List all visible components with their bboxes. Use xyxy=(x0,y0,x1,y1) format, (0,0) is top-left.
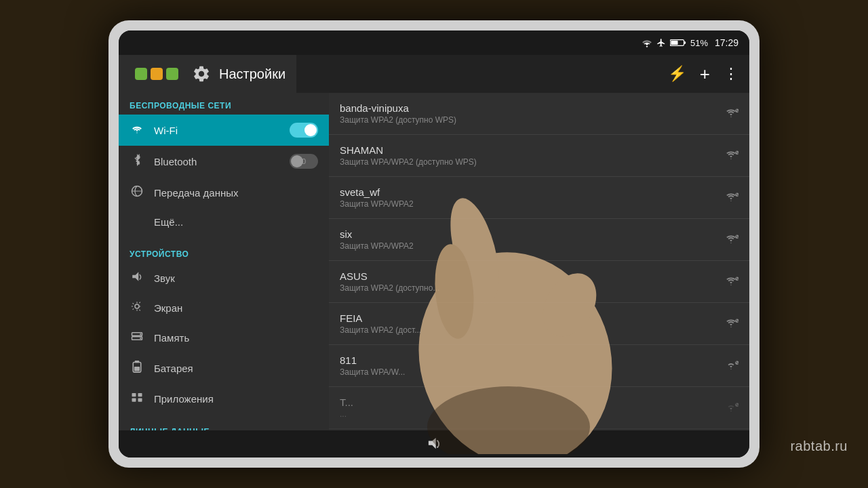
sidebar-item-display[interactable]: Экран xyxy=(119,293,329,323)
sidebar-toolbar: Настройки xyxy=(119,55,296,93)
wifi-network-0[interactable]: banda-vinipuxa Защита WPA2 (доступно WPS… xyxy=(329,93,749,135)
battery-percent: 51% xyxy=(690,38,708,48)
section-header-personal: ЛИЧНЫЕ ДАННЫЕ xyxy=(119,419,329,430)
bolt-icon[interactable]: ⚡ xyxy=(668,65,686,83)
wifi-network-4[interactable]: ASUS Защита WPA2 (доступно... xyxy=(329,261,749,303)
wifi-security-2: Защита WPA/WPA2 xyxy=(340,199,414,209)
section-header-device: УСТРОЙСТВО xyxy=(119,241,329,263)
svg-rect-12 xyxy=(134,367,140,371)
wifi-info-7: T... ... xyxy=(340,396,353,419)
bluetooth-label: Bluetooth xyxy=(154,156,280,167)
wifi-network-2[interactable]: sveta_wf Защита WPA/WPA2 xyxy=(329,177,749,219)
sidebar-item-storage[interactable]: Память xyxy=(119,323,329,352)
wifi-info-6: 811 Защита WPA/W... xyxy=(340,354,405,377)
wifi-label: Wi-Fi xyxy=(154,125,280,136)
action-bar: ⚡ + ⋮ xyxy=(296,55,749,93)
apps-icon xyxy=(130,392,144,405)
app-icon-2 xyxy=(151,68,163,80)
wifi-network-5[interactable]: FEIA Защита WPA2 (дост... xyxy=(329,303,749,345)
wifi-network-3[interactable]: six Защита WPA/WPA2 xyxy=(329,219,749,261)
bluetooth-icon xyxy=(130,154,144,169)
sidebar-item-battery[interactable]: Батарея xyxy=(119,352,329,384)
wifi-name-5: FEIA xyxy=(340,312,421,324)
wifi-name-4: ASUS xyxy=(340,270,439,282)
app-icons xyxy=(130,68,184,80)
app-icon-1 xyxy=(135,68,147,80)
wifi-signal-icon-2 xyxy=(724,190,738,205)
volume-icon xyxy=(427,438,441,450)
svg-rect-15 xyxy=(132,399,136,402)
sidebar-item-bluetooth[interactable]: Bluetooth 0 xyxy=(119,146,329,177)
display-label: Экран xyxy=(154,302,318,314)
wifi-network-6[interactable]: 811 Защита WPA/W... xyxy=(329,345,749,387)
top-bar: Настройки ⚡ + ⋮ xyxy=(119,55,749,93)
section-header-wireless: БЕСПРОВОДНЫЕ СЕТИ xyxy=(119,93,329,115)
wifi-signal-icon-3 xyxy=(724,232,738,247)
wifi-security-5: Защита WPA2 (дост... xyxy=(340,325,421,335)
sidebar-item-data[interactable]: Передача данных xyxy=(119,177,329,208)
settings-title: Настройки xyxy=(219,66,285,82)
more-icon[interactable]: ⋮ xyxy=(724,65,738,83)
settings-gear-icon xyxy=(192,64,211,83)
data-label: Передача данных xyxy=(154,187,318,199)
add-icon[interactable]: + xyxy=(700,64,710,85)
display-icon xyxy=(130,301,144,314)
sidebar: БЕСПРОВОДНЫЕ СЕТИ Wi-Fi xyxy=(119,93,329,430)
svg-point-9 xyxy=(140,338,141,339)
status-bar-right: 51% 17:29 xyxy=(642,37,738,48)
system-nav-bar xyxy=(119,430,749,458)
wifi-info-1: SHAMAN Защита WPA/WPA2 (доступно WPS) xyxy=(340,144,477,167)
airplane-icon xyxy=(656,38,666,47)
wifi-info-0: banda-vinipuxa Защита WPA2 (доступно WPS… xyxy=(340,102,456,125)
tablet-frame: 51% 17:29 Настройки ⚡ xyxy=(108,20,760,468)
wifi-signal-icon-5 xyxy=(724,316,738,331)
svg-marker-4 xyxy=(132,272,138,281)
battery-label: Батарея xyxy=(154,363,318,374)
wifi-security-4: Защита WPA2 (доступно... xyxy=(340,283,439,293)
watermark: rabtab.ru xyxy=(790,439,848,454)
wifi-info-3: six Защита WPA/WPA2 xyxy=(340,228,414,251)
svg-marker-34 xyxy=(429,438,436,449)
status-bar: 51% 17:29 xyxy=(119,30,749,55)
apps-label: Приложения xyxy=(154,393,318,405)
wifi-panel[interactable]: banda-vinipuxa Защита WPA2 (доступно WPS… xyxy=(329,93,749,430)
wifi-security-1: Защита WPA/WPA2 (доступно WPS) xyxy=(340,157,477,167)
wifi-signal-icon-7 xyxy=(724,400,738,415)
wifi-security-0: Защита WPA2 (доступно WPS) xyxy=(340,115,456,125)
wifi-signal-icon-6 xyxy=(724,358,738,373)
wifi-name-7: T... xyxy=(340,396,353,408)
wifi-name-2: sveta_wf xyxy=(340,186,414,198)
wifi-status-icon xyxy=(642,38,652,47)
svg-rect-13 xyxy=(132,393,136,396)
wifi-info-5: FEIA Защита WPA2 (дост... xyxy=(340,312,421,335)
svg-rect-11 xyxy=(135,361,140,363)
svg-rect-2 xyxy=(684,41,686,43)
svg-point-8 xyxy=(140,333,141,335)
wifi-signal-icon-4 xyxy=(724,274,738,289)
wifi-name-6: 811 xyxy=(340,354,405,366)
wifi-security-7: ... xyxy=(340,409,353,419)
data-icon xyxy=(130,185,144,200)
wifi-toggle[interactable] xyxy=(290,123,318,138)
wifi-info-2: sveta_wf Защита WPA/WPA2 xyxy=(340,186,414,209)
sidebar-item-sound[interactable]: Звук xyxy=(119,263,329,293)
sound-label: Звук xyxy=(154,272,318,284)
bluetooth-toggle[interactable]: 0 xyxy=(290,154,318,169)
wifi-network-7[interactable]: T... ... xyxy=(329,387,749,429)
sidebar-item-wifi[interactable]: Wi-Fi xyxy=(119,115,329,146)
sidebar-item-apps[interactable]: Приложения xyxy=(119,384,329,413)
sidebar-item-more[interactable]: Ещё... xyxy=(119,208,329,236)
sound-icon xyxy=(130,271,144,285)
wifi-signal-icon-0 xyxy=(724,106,738,121)
wifi-info-4: ASUS Защита WPA2 (доступно... xyxy=(340,270,439,293)
battery-icon xyxy=(670,38,686,47)
wifi-signal-icon-1 xyxy=(724,148,738,163)
wifi-security-3: Защита WPA/WPA2 xyxy=(340,241,414,251)
storage-icon xyxy=(130,331,144,344)
bluetooth-badge: 0 xyxy=(302,157,306,165)
svg-rect-14 xyxy=(138,393,142,396)
svg-point-5 xyxy=(135,304,139,308)
wifi-name-1: SHAMAN xyxy=(340,144,477,156)
wifi-security-6: Защита WPA/W... xyxy=(340,367,405,377)
wifi-network-1[interactable]: SHAMAN Защита WPA/WPA2 (доступно WPS) xyxy=(329,135,749,177)
